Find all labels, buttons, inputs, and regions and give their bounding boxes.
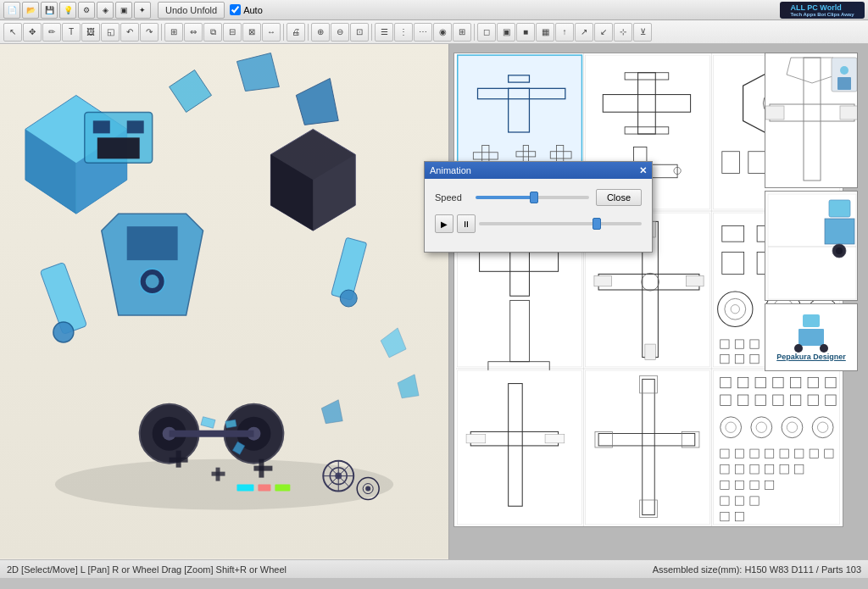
svg-rect-96	[686, 275, 704, 286]
tb-join[interactable]: ⋯	[414, 23, 432, 42]
tb-flip[interactable]: ⇔	[184, 23, 203, 42]
svg-rect-197	[825, 219, 854, 244]
auto-label: Auto	[243, 5, 263, 15]
svg-point-1	[55, 459, 393, 510]
tb-3d[interactable]: ◱	[101, 23, 120, 42]
tb-scale[interactable]: ↔	[262, 23, 281, 42]
light-icon[interactable]: 💡	[59, 2, 76, 19]
tb-layers[interactable]: ☰	[375, 23, 393, 42]
dialog-title-bar[interactable]: Animation ✕	[425, 162, 652, 179]
tb-distribute[interactable]: ⊠	[242, 23, 261, 42]
status-bar: 2D [Select/Move] L [Pan] R or Wheel Drag…	[0, 559, 868, 578]
save-icon[interactable]: 💾	[41, 2, 58, 19]
speed-slider[interactable]	[476, 196, 589, 199]
svg-rect-98	[645, 344, 655, 360]
thumb-column: Pepakura Designer	[765, 53, 866, 371]
thumb-1	[765, 53, 858, 188]
logo-area: ALL PC World Tech Apps Bot Clips Away	[780, 2, 865, 19]
tb-color[interactable]: ◉	[433, 23, 452, 42]
svg-rect-95	[594, 275, 612, 286]
svg-rect-6	[93, 120, 110, 133]
brand-name: Pepakura Designer	[776, 353, 846, 361]
sep4	[371, 24, 372, 41]
play-button[interactable]: ▶	[435, 214, 453, 233]
tb-extra2[interactable]: ⊻	[633, 23, 652, 42]
close-button[interactable]: Close	[596, 189, 642, 206]
speed-slider-container[interactable]	[476, 192, 589, 203]
titlebar-tools: 📄 📂 💾 💡 ⚙ ◈ ▣ ✦ Undo Unfold Auto	[3, 2, 263, 19]
svg-point-12	[146, 275, 159, 288]
tb-solid[interactable]: ■	[516, 23, 535, 42]
tb-edge2[interactable]: ▣	[497, 23, 515, 42]
3d-viewport[interactable]	[0, 44, 449, 559]
logo-text: ALL PC World	[790, 3, 854, 12]
svg-rect-36	[253, 466, 272, 471]
svg-rect-201	[798, 329, 824, 346]
svg-rect-186	[804, 58, 821, 181]
svg-rect-128	[458, 370, 582, 525]
tb-export1[interactable]: ↑	[555, 23, 574, 42]
tb-import[interactable]: ↙	[594, 23, 613, 42]
svg-point-202	[794, 344, 803, 353]
dialog-title-text: Animation	[430, 165, 471, 175]
main-toolbar: ↖ ✥ ✏ T 🖼 ◱ ↶ ↷ ⊞ ⇔ ⧉ ⊟ ⊠ ↔ 🖨 ⊕ ⊖ ⊡ ☰ ⋮ …	[0, 20, 868, 44]
brand-area: Pepakura Designer	[765, 303, 858, 371]
3d-model-svg	[0, 44, 448, 559]
tb-stack[interactable]: ⧉	[203, 23, 222, 42]
svg-rect-27	[170, 431, 254, 437]
svg-marker-190	[787, 58, 837, 83]
open-icon[interactable]: 📂	[22, 2, 39, 19]
speed-label: Speed	[435, 192, 469, 203]
speed-thumb[interactable]	[530, 192, 538, 203]
tb-zoom-out[interactable]: ⊖	[331, 23, 349, 42]
tb-cursor[interactable]: ↖	[3, 23, 22, 42]
dialog-close-button[interactable]: ✕	[639, 165, 647, 176]
auto-checkbox[interactable]	[230, 4, 241, 15]
animation-dialog: Animation ✕ Speed Close ▶ ⏸	[424, 161, 653, 253]
right-thumbs: Pepakura Designer	[765, 53, 866, 527]
gear4-icon[interactable]: ✦	[134, 2, 151, 19]
undo-unfold-button[interactable]: Undo Unfold	[158, 2, 225, 19]
sep2	[283, 24, 284, 41]
pause-button[interactable]: ⏸	[457, 214, 476, 233]
tb-split[interactable]: ⋮	[394, 23, 413, 42]
tb-export2[interactable]: ↗	[575, 23, 593, 42]
svg-point-203	[820, 344, 828, 353]
progress-bar[interactable]	[479, 222, 642, 225]
svg-rect-10	[127, 226, 178, 260]
playback-row: ▶ ⏸	[435, 214, 642, 233]
tb-image[interactable]: 🖼	[81, 23, 100, 42]
tb-undo[interactable]: ↶	[120, 23, 139, 42]
tb-zoom-fit[interactable]: ⊡	[350, 23, 369, 42]
new-icon[interactable]: 📄	[3, 2, 20, 19]
tb-edge1[interactable]: ◻	[477, 23, 496, 42]
gear2-icon[interactable]: ◈	[97, 2, 114, 19]
tb-zoom-in[interactable]: ⊕	[311, 23, 330, 42]
thumb-2	[765, 191, 858, 301]
main-area: Pepakura Designer	[0, 44, 868, 559]
svg-rect-196	[829, 200, 850, 217]
tb-wireframe[interactable]: ⊞	[453, 23, 471, 42]
svg-point-54	[365, 486, 370, 492]
progress-thumb[interactable]	[593, 218, 601, 230]
svg-rect-39	[275, 485, 290, 492]
svg-point-17	[53, 322, 74, 342]
tb-text[interactable]: T	[62, 23, 81, 42]
auto-checkbox-group: Auto	[230, 4, 263, 15]
2d-panel[interactable]: Pepakura Designer	[449, 44, 868, 559]
tb-extra1[interactable]: ⊹	[614, 23, 632, 42]
sep3	[308, 24, 309, 41]
tb-align[interactable]: ⊟	[223, 23, 242, 42]
dialog-body: Speed Close ▶ ⏸	[425, 179, 652, 252]
tb-print[interactable]: 🖨	[287, 23, 305, 42]
tb-pen[interactable]: ✏	[42, 23, 61, 42]
tb-redo[interactable]: ↷	[140, 23, 159, 42]
gear1-icon[interactable]: ⚙	[78, 2, 95, 19]
svg-rect-193	[837, 77, 851, 90]
tb-move[interactable]: ✥	[23, 23, 42, 42]
svg-rect-38	[258, 485, 270, 492]
svg-rect-131	[466, 435, 486, 443]
tb-select-all[interactable]: ⊞	[164, 23, 183, 42]
tb-texture[interactable]: ▦	[536, 23, 554, 42]
gear3-icon[interactable]: ▣	[115, 2, 132, 19]
